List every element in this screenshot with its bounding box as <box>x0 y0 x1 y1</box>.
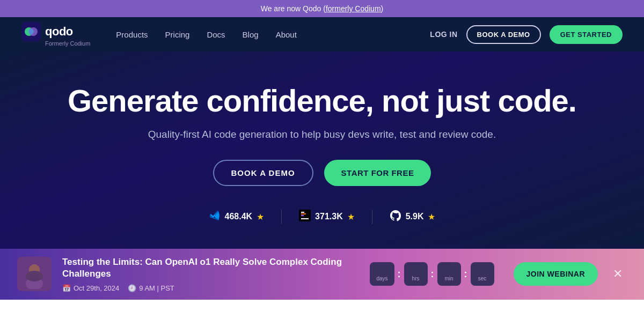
get-started-button[interactable]: GET STARTED <box>550 25 623 44</box>
svg-point-13 <box>26 271 43 281</box>
logo-text: qodo <box>45 25 73 39</box>
jetbrains-icon <box>299 210 311 224</box>
announcement-text: We are now Qodo (formerly Codium) <box>261 4 384 13</box>
hero-subtitle: Quality-first AI code generation to help… <box>21 129 623 140</box>
stat-jetbrains: 371.3K ★ <box>282 210 372 224</box>
timer-sec: sec <box>471 262 494 286</box>
stats-row: 468.4K ★ 371.3K ★ <box>21 210 623 224</box>
webinar-time: 🕘 9 AM | PST <box>128 284 174 292</box>
announcement-bar: We are now Qodo (formerly Codium) <box>0 0 644 17</box>
vscode-star: ★ <box>257 212 264 222</box>
timer-colon-3: : <box>464 269 467 280</box>
jetbrains-star: ★ <box>347 212 355 222</box>
webinar-meta: 📅 Oct 29th, 2024 🕘 9 AM | PST <box>62 284 359 292</box>
join-webinar-button[interactable]: JOIN WEBINAR <box>514 262 598 286</box>
timer-colon-1: : <box>398 269 401 280</box>
github-icon <box>390 210 401 224</box>
svg-rect-4 <box>299 210 311 221</box>
nav-blog[interactable]: Blog <box>243 30 259 39</box>
main-content: Generate confidence, not just code. Qual… <box>0 51 644 300</box>
nav-actions: LOG IN BOOK A DEMO GET STARTED <box>430 25 623 44</box>
jetbrains-count: 371.3K <box>315 212 343 221</box>
close-webinar-button[interactable]: ✕ <box>609 265 627 283</box>
github-count: 5.9K <box>406 212 424 221</box>
svg-rect-5 <box>301 212 304 213</box>
svg-rect-7 <box>301 215 304 216</box>
vscode-icon <box>209 210 221 224</box>
nav-links: Products Pricing Docs Blog About <box>116 30 430 39</box>
hero-title: Generate confidence, not just code. <box>21 84 623 118</box>
start-free-button[interactable]: START FOR FREE <box>324 160 431 186</box>
webinar-avatar <box>17 257 52 291</box>
logo-icon <box>21 22 41 41</box>
logo-subtitle: Formerly Codium <box>45 40 90 47</box>
stat-github: 5.9K ★ <box>372 210 453 224</box>
timer-min: min <box>437 262 461 286</box>
svg-rect-8 <box>301 218 309 219</box>
timer-colon-2: : <box>431 269 434 280</box>
timer-days: days <box>370 262 394 286</box>
webinar-banner: Testing the Limits: Can OpenAI o1 Really… <box>0 249 644 300</box>
hero-section: Generate confidence, not just code. Qual… <box>0 51 644 246</box>
nav-products[interactable]: Products <box>116 30 148 39</box>
login-button[interactable]: LOG IN <box>430 30 457 39</box>
vscode-count: 468.4K <box>225 212 253 221</box>
clock-icon: 🕘 <box>128 284 136 292</box>
nav-pricing[interactable]: Pricing <box>165 30 190 39</box>
book-demo-nav-button[interactable]: BOOK A DEMO <box>466 25 541 44</box>
github-star: ★ <box>428 212 435 222</box>
hero-buttons: BOOK A DEMO START FOR FREE <box>21 160 623 186</box>
webinar-timer: days : hrs : min : sec <box>370 262 494 286</box>
logo-area: qodo Formerly Codium <box>21 22 90 47</box>
timer-hrs: hrs <box>404 262 428 286</box>
nav-docs[interactable]: Docs <box>207 30 225 39</box>
webinar-title: Testing the Limits: Can OpenAI o1 Really… <box>62 256 359 280</box>
book-demo-hero-button[interactable]: BOOK A DEMO <box>213 160 313 186</box>
stat-vscode: 468.4K ★ <box>192 210 282 224</box>
svg-rect-6 <box>301 213 306 214</box>
calendar-icon: 📅 <box>62 284 71 292</box>
webinar-content: Testing the Limits: Can OpenAI o1 Really… <box>62 256 359 292</box>
webinar-date: 📅 Oct 29th, 2024 <box>62 284 119 292</box>
nav-about[interactable]: About <box>276 30 297 39</box>
logo-row: qodo <box>21 22 90 41</box>
formerly-codium-link[interactable]: formerly Codium <box>326 4 381 13</box>
navbar: qodo Formerly Codium Products Pricing Do… <box>0 17 644 51</box>
svg-point-3 <box>28 29 34 34</box>
